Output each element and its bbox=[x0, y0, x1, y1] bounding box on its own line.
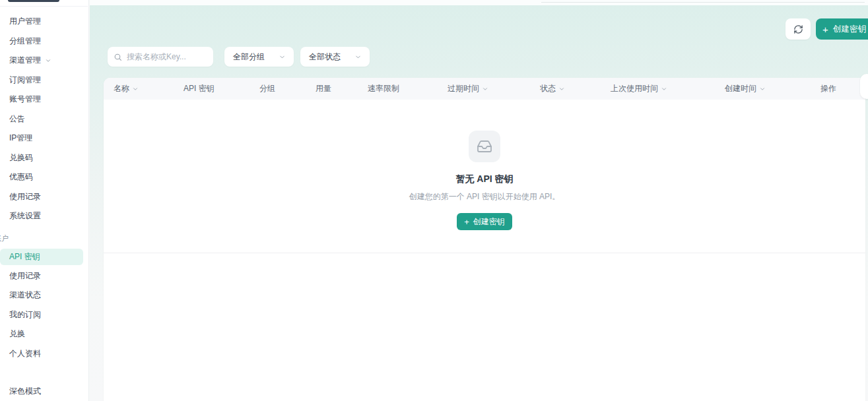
chevron-down-icon bbox=[279, 53, 286, 61]
status-filter-value: 全部状态 bbox=[309, 51, 341, 63]
sidebar-item[interactable]: 使用记录 bbox=[0, 187, 89, 207]
scroll-indicator[interactable] bbox=[860, 74, 868, 99]
sidebar-item-label: 兑换 bbox=[9, 328, 25, 340]
sidebar-item[interactable]: 系统设置 bbox=[0, 206, 89, 226]
sidebar-item[interactable]: 渠道管理 bbox=[0, 51, 89, 71]
plus-icon: + bbox=[464, 218, 469, 226]
dark-mode-label: 深色模式 bbox=[9, 386, 41, 397]
group-filter-value: 全部分组 bbox=[233, 51, 265, 63]
create-key-label: 创建密钥 bbox=[473, 216, 505, 228]
sidebar: 用户管理分组管理渠道管理订阅管理账号管理公告IP管理兑换码优惠码使用记录系统设置… bbox=[0, 0, 89, 401]
chevron-down-icon bbox=[45, 57, 51, 64]
sidebar-item[interactable]: 兑换 bbox=[0, 324, 89, 344]
sidebar-item-label: 分组管理 bbox=[9, 36, 41, 47]
inbox-icon bbox=[469, 131, 500, 162]
sidebar-item[interactable]: 订阅管理 bbox=[0, 71, 89, 90]
top-strip bbox=[90, 0, 868, 5]
create-key-label: 创建密钥 bbox=[833, 24, 866, 35]
sidebar-item[interactable]: 兑换码 bbox=[0, 148, 89, 168]
sidebar-item-active[interactable]: API 密钥 bbox=[0, 249, 83, 265]
sidebar-item-label: 我的订阅 bbox=[9, 309, 41, 321]
refresh-icon bbox=[793, 24, 803, 34]
sidebar-item[interactable]: 账号管理 bbox=[0, 90, 89, 109]
chevron-down-icon bbox=[354, 53, 362, 61]
sidebar-item-label: 使用记录 bbox=[9, 270, 41, 282]
sidebar-nav: 用户管理分组管理渠道管理订阅管理账号管理公告IP管理兑换码优惠码使用记录系统设置… bbox=[0, 12, 89, 363]
sidebar-item-label: 兑换码 bbox=[9, 152, 33, 164]
sidebar-item[interactable]: 分组管理 bbox=[0, 32, 89, 51]
sidebar-item-label: 账号管理 bbox=[9, 94, 41, 105]
sidebar-item[interactable]: 个人资料 bbox=[0, 344, 89, 364]
refresh-button[interactable] bbox=[785, 18, 811, 40]
sidebar-item-label: 渠道状态 bbox=[9, 290, 41, 301]
sidebar-item-label: 用户管理 bbox=[9, 16, 41, 27]
sidebar-item[interactable]: 渠道状态 bbox=[0, 286, 89, 305]
sidebar-item-dark-mode[interactable]: 深色模式 bbox=[0, 381, 89, 401]
group-filter-select[interactable]: 全部分组 bbox=[224, 47, 294, 67]
search-box bbox=[108, 47, 213, 67]
empty-state-subtitle: 创建您的第一个 API 密钥以开始使用 API。 bbox=[104, 191, 865, 202]
search-input[interactable] bbox=[127, 52, 208, 61]
sidebar-item[interactable]: 用户管理 bbox=[0, 12, 89, 32]
sidebar-item-label: IP管理 bbox=[9, 133, 32, 144]
sidebar-item-label: 公告 bbox=[9, 113, 25, 125]
plus-icon: + bbox=[822, 24, 828, 34]
sidebar-item[interactable]: IP管理 bbox=[0, 129, 89, 148]
status-filter-select[interactable]: 全部状态 bbox=[300, 47, 370, 67]
sidebar-item[interactable]: 使用记录 bbox=[0, 266, 89, 286]
top-strip-line bbox=[541, 2, 865, 3]
create-key-button[interactable]: + 创建密钥 bbox=[816, 18, 868, 40]
sidebar-item-label: 渠道管理 bbox=[9, 55, 41, 66]
sidebar-item[interactable]: 公告 bbox=[0, 109, 89, 129]
sidebar-divider bbox=[0, 6, 88, 7]
main-content: + 创建密钥 全部分组 全部状态 名称API 密钥分组用量速率限制过期时间状态上… bbox=[90, 0, 868, 401]
sidebar-item-label: 使用记录 bbox=[9, 191, 41, 202]
sidebar-item-label: API 密钥 bbox=[9, 251, 40, 262]
sidebar-item[interactable]: 我的订阅 bbox=[0, 305, 89, 325]
sidebar-section-label: 账户 bbox=[0, 230, 83, 247]
api-keys-table-card: 名称API 密钥分组用量速率限制过期时间状态上次使用时间创建时间操作 暂无 AP… bbox=[104, 78, 865, 401]
sidebar-item-label: 优惠码 bbox=[9, 171, 33, 183]
empty-state-title: 暂无 API 密钥 bbox=[104, 173, 865, 185]
search-icon bbox=[114, 53, 122, 61]
sidebar-item-label: 个人资料 bbox=[9, 348, 41, 359]
create-key-button-empty-state[interactable]: + 创建密钥 bbox=[457, 213, 512, 230]
empty-state: 暂无 API 密钥 创建您的第一个 API 密钥以开始使用 API。 + 创建密… bbox=[104, 78, 865, 230]
sidebar-cut-item bbox=[8, 0, 59, 2]
sidebar-item[interactable]: 优惠码 bbox=[0, 168, 89, 187]
sidebar-item-label: 系统设置 bbox=[9, 210, 41, 222]
table-section-divider bbox=[104, 253, 865, 253]
sidebar-item-label: 订阅管理 bbox=[9, 75, 41, 86]
